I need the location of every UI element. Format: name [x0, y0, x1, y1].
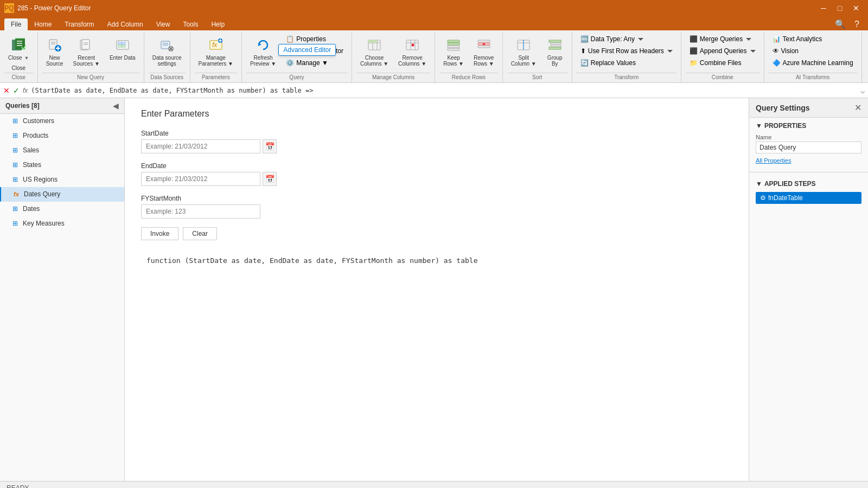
tab-add-column[interactable]: Add Column — [101, 18, 150, 30]
start-date-calendar-button[interactable]: 📅 — [263, 139, 277, 153]
ribbon-query-section: RefreshPreview ▼ 📋 Properties 📝 Advanced… — [242, 33, 352, 82]
split-column-label: SplitColumn ▼ — [511, 55, 537, 67]
vision-button[interactable]: 👁 Vision — [769, 46, 857, 56]
text-analytics-button[interactable]: 📊 Text Analytics — [769, 34, 857, 44]
tab-transform[interactable]: Transform — [58, 18, 100, 30]
sidebar-item-customers[interactable]: ⊞ Customers — [0, 114, 124, 129]
data-type-label: Data Type: Any — [591, 35, 635, 43]
step-label: fnDateTable — [768, 194, 803, 202]
sidebar-item-label: Dates Query — [24, 190, 60, 198]
parameters-section-label: Parameters — [195, 73, 237, 81]
sidebar-item-states[interactable]: ⊞ States — [0, 158, 124, 172]
tab-tools[interactable]: Tools — [176, 18, 205, 30]
invoke-button[interactable]: Invoke — [141, 227, 178, 240]
use-first-row-icon: ⬆ — [580, 47, 586, 55]
start-date-input[interactable] — [141, 139, 260, 153]
data-source-settings-button[interactable]: Data sourcesettings — [149, 34, 186, 69]
params-panel: Enter Parameters StartDate 📅 EndDate 📅 — [125, 98, 749, 481]
end-date-row: EndDate 📅 — [141, 162, 732, 186]
collapse-properties-icon[interactable]: ▼ — [756, 122, 762, 130]
applied-step-fn-date-table[interactable]: ⚙ fnDateTable — [756, 192, 861, 204]
tab-view[interactable]: View — [150, 18, 177, 30]
advanced-editor-button[interactable]: 📝 Advanced Editor Advanced Editor — [282, 46, 347, 56]
transform-section-label: Transform — [577, 73, 676, 81]
close-only-btn[interactable]: Close — [9, 63, 28, 73]
end-date-label: EndDate — [141, 162, 732, 170]
combine-files-button[interactable]: 📁 Combine Files — [686, 57, 760, 68]
sidebar-item-label: US Regions — [23, 176, 58, 183]
replace-values-button[interactable]: 🔄 Replace Values — [577, 57, 676, 68]
tab-home[interactable]: Home — [28, 18, 58, 30]
search-button[interactable]: 🔍 — [831, 18, 850, 30]
sidebar-collapse-button[interactable]: ◀ — [113, 101, 119, 110]
fy-start-month-row: FYStartMonth — [141, 195, 732, 219]
formula-expand-icon[interactable]: ⌵ — [860, 86, 865, 95]
sidebar: Queries [8] ◀ ⊞ Customers ⊞ Products ⊞ S… — [0, 98, 125, 481]
merge-queries-label: Merge Queries — [700, 35, 743, 43]
remove-columns-button[interactable]: RemoveColumns ▼ — [394, 34, 430, 69]
enter-data-label: Enter Data — [110, 55, 136, 61]
use-first-row-button[interactable]: ⬆ Use First Row as Headers — [577, 46, 676, 56]
minimize-button[interactable]: ─ — [816, 3, 831, 14]
tab-help[interactable]: Help — [205, 18, 231, 30]
merge-queries-button[interactable]: ⬛ Merge Queries — [686, 34, 760, 44]
query-section-label: Query — [246, 73, 347, 81]
end-date-calendar-button[interactable]: 📅 — [263, 172, 277, 186]
combine-section-label: Combine — [686, 73, 760, 81]
close-apply-button[interactable]: Close ▼ — [4, 34, 33, 63]
properties-button[interactable]: 📋 Properties — [282, 34, 347, 44]
manage-parameters-button[interactable]: fx ManageParameters ▼ — [195, 34, 237, 69]
sidebar-item-us-regions[interactable]: ⊞ US Regions — [0, 172, 124, 187]
azure-ml-icon: 🔷 — [773, 59, 781, 67]
help-icon[interactable]: ? — [850, 18, 864, 30]
new-source-button[interactable]: NewSource — [42, 34, 67, 69]
choose-columns-button[interactable]: ChooseColumns ▼ — [356, 34, 392, 69]
formula-input[interactable]: (StartDate as date, EndDate as date, FYS… — [31, 87, 857, 94]
split-column-button[interactable]: SplitColumn ▼ — [507, 34, 540, 69]
all-properties-link[interactable]: All Properties — [756, 157, 791, 164]
keep-rows-button[interactable]: KeepRows ▼ — [439, 34, 468, 69]
data-type-button[interactable]: 🔤 Data Type: Any — [577, 34, 676, 44]
remove-columns-icon — [404, 36, 421, 54]
enter-data-button[interactable]: Enter Data — [106, 34, 139, 63]
sidebar-item-dates-query[interactable]: fx Dates Query — [0, 187, 124, 202]
action-buttons-row: Invoke Clear — [141, 227, 732, 240]
manage-button[interactable]: ⚙️ Manage ▼ — [282, 57, 347, 68]
formula-accept-button[interactable]: ✓ — [13, 86, 20, 95]
group-by-button[interactable]: GroupBy — [542, 34, 567, 69]
settings-divider — [749, 172, 868, 172]
sidebar-item-sales[interactable]: ⊞ Sales — [0, 143, 124, 158]
close-window-button[interactable]: ✕ — [848, 3, 864, 14]
svg-rect-58 — [549, 47, 561, 49]
refresh-preview-button[interactable]: RefreshPreview ▼ — [246, 34, 280, 69]
svg-marker-30 — [258, 43, 261, 46]
formula-cancel-button[interactable]: ✕ — [3, 86, 10, 95]
end-date-input[interactable] — [141, 172, 260, 186]
svg-text:fx: fx — [212, 41, 218, 49]
recent-sources-button[interactable]: RecentSources ▼ — [69, 34, 104, 69]
advanced-editor-icon: 📝 — [286, 47, 294, 55]
ribbon-parameters-section: fx ManageParameters ▼ Parameters — [190, 33, 242, 82]
properties-icon: 📋 — [286, 35, 294, 43]
append-queries-button[interactable]: ⬛ Append Queries — [686, 46, 760, 56]
fy-start-month-input[interactable] — [141, 204, 260, 219]
azure-ml-button[interactable]: 🔷 Azure Machine Learning — [769, 57, 857, 68]
new-source-label: NewSource — [46, 55, 63, 67]
tab-file[interactable]: File — [4, 18, 28, 30]
remove-columns-label: RemoveColumns ▼ — [398, 55, 426, 67]
sidebar-item-dates[interactable]: ⊞ Dates — [0, 202, 124, 216]
remove-rows-button[interactable]: RemoveRows ▼ — [470, 34, 498, 69]
collapse-steps-icon[interactable]: ▼ — [756, 180, 762, 188]
query-settings-close-button[interactable]: ✕ — [854, 102, 861, 113]
svg-rect-18 — [122, 42, 125, 44]
formula-bar: ✕ ✓ fx (StartDate as date, EndDate as da… — [0, 83, 868, 98]
close-apply-icon — [10, 36, 27, 54]
new-source-icon — [46, 36, 63, 54]
ribbon-sort-section: SplitColumn ▼ GroupBy Sort — [503, 33, 572, 82]
manage-parameters-icon: fx — [207, 36, 225, 54]
maximize-button[interactable]: □ — [832, 3, 847, 14]
sidebar-item-products[interactable]: ⊞ Products — [0, 129, 124, 143]
sidebar-item-key-measures[interactable]: ⊞ Key Measures — [0, 216, 124, 231]
clear-button[interactable]: Clear — [183, 227, 217, 240]
query-name-input[interactable] — [756, 142, 861, 153]
